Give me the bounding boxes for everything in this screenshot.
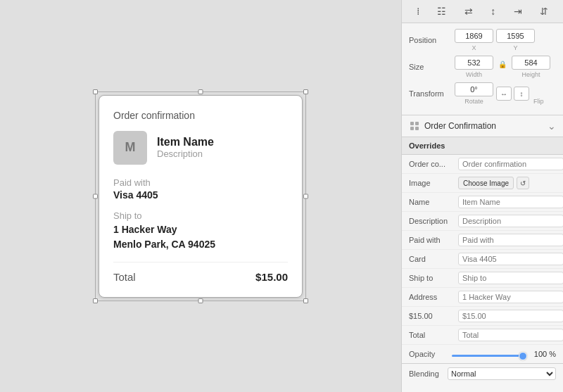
x-label: X [472, 44, 476, 51]
override-input-price[interactable] [458, 310, 563, 322]
lock-icon[interactable]: 🔒 [496, 61, 509, 68]
override-label-paidwith: Paid with [409, 236, 458, 244]
canvas-area: Order confirmation M Item Name Descripti… [0, 0, 401, 392]
rotate-input[interactable] [455, 82, 493, 96]
handle-bot-left[interactable] [93, 298, 98, 303]
position-section: Position X Y Size Width 🔒 [402, 23, 563, 115]
transform-row: Transform Rotate ↔ ↕ Flip [409, 82, 556, 105]
address-line2: Menlo Park, CA 94025 [113, 239, 215, 250]
overrides-header: Overrides [402, 137, 563, 155]
override-label-price: $15.00 [409, 312, 458, 320]
component-header[interactable]: Order Confirmation ⌄ [402, 115, 563, 137]
component-chevron-icon[interactable]: ⌄ [548, 120, 556, 132]
override-input-description[interactable] [458, 215, 563, 227]
position-inputs: X Y [455, 29, 556, 51]
transform-label: Transform [409, 89, 455, 98]
handle-bot-right[interactable] [303, 298, 308, 303]
opacity-slider[interactable] [452, 355, 527, 357]
svg-rect-2 [410, 127, 414, 130]
item-image: M [113, 131, 147, 165]
override-input-total[interactable] [458, 329, 563, 341]
size-inputs: Width 🔒 Height [455, 56, 556, 78]
item-initial: M [125, 140, 136, 155]
distribute-v-icon[interactable]: ⇵ [537, 4, 551, 18]
override-label-image: Image [409, 179, 458, 187]
override-label-name: Name [409, 198, 458, 206]
handle-top-mid[interactable] [198, 89, 203, 94]
override-input-address[interactable] [458, 291, 563, 303]
rotate-label: Rotate [464, 98, 483, 105]
size-label: Size [409, 63, 455, 71]
override-row-image: Image Choose Image ↺ [402, 174, 563, 193]
y-label: Y [513, 44, 517, 51]
override-input-shipto[interactable] [458, 272, 563, 284]
flip-h-button[interactable]: ↔ [496, 87, 512, 101]
ship-to-label: Ship to [113, 210, 288, 221]
override-label-address: Address [409, 293, 458, 301]
override-label-card: Card [409, 255, 458, 263]
total-label: Total [113, 271, 136, 283]
opacity-value: 100 % [531, 350, 556, 358]
total-row: Total $15.00 [113, 262, 288, 283]
ship-to-section: Ship to 1 Hacker Way Menlo Park, CA 9402… [113, 210, 288, 252]
y-input[interactable] [496, 29, 535, 43]
blending-label: Blending [409, 369, 448, 378]
opacity-slider-container [452, 349, 527, 359]
size-row: Size Width 🔒 Height [409, 56, 556, 78]
image-options-button[interactable]: ↺ [517, 177, 529, 189]
align-left-icon[interactable]: ⁞ [414, 4, 422, 18]
flip-buttons: ↔ ↕ [496, 87, 529, 101]
choose-image-button[interactable]: Choose Image [458, 177, 514, 189]
right-panel: ⁞ ☷ ⇄ ↕ ⇥ ⇵ Position X Y Size [401, 0, 563, 392]
flip-v-button[interactable]: ↕ [514, 87, 529, 101]
item-description: Description [157, 148, 214, 159]
align-top-icon[interactable]: ⇄ [462, 4, 476, 18]
override-row-name: Name [402, 193, 563, 212]
address-line1: 1 Hacker Way [113, 224, 177, 235]
handle-mid-left[interactable] [93, 194, 98, 198]
flip-label: Flip [533, 98, 544, 105]
override-row-price: $15.00 [402, 307, 563, 326]
override-label-order: Order co... [409, 160, 458, 168]
y-group: Y [496, 29, 535, 51]
align-middle-icon[interactable]: ↕ [488, 4, 498, 18]
handle-bot-mid[interactable] [198, 298, 203, 303]
blending-select[interactable]: Normal Multiply Screen Overlay [448, 367, 556, 380]
item-name: Item Name [157, 136, 214, 148]
paid-with-label: Paid with [113, 177, 288, 188]
override-row-address: Address [402, 288, 563, 307]
x-input[interactable] [455, 29, 493, 43]
width-group: Width [455, 56, 493, 78]
align-center-icon[interactable]: ☷ [434, 4, 449, 18]
handle-mid-right[interactable] [303, 194, 308, 198]
component-name: Order Confirmation [424, 121, 548, 131]
handle-top-left[interactable] [93, 89, 98, 94]
distribute-h-icon[interactable]: ⇥ [511, 4, 525, 18]
item-row: M Item Name Description [113, 131, 288, 165]
override-input-paidwith[interactable] [458, 234, 563, 246]
override-input-name[interactable] [458, 196, 563, 208]
override-row-card: Card [402, 250, 563, 269]
handle-top-right[interactable] [303, 89, 308, 94]
card-title: Order confirmation [113, 110, 288, 121]
rotate-group: Rotate [455, 82, 493, 105]
svg-rect-1 [415, 122, 419, 125]
total-amount: $15.00 [255, 271, 288, 283]
override-label-total: Total [409, 331, 458, 339]
override-input-order[interactable] [458, 158, 563, 170]
override-input-card[interactable] [458, 253, 563, 265]
address-value: 1 Hacker Way Menlo Park, CA 94025 [113, 222, 288, 252]
component-icon [409, 120, 420, 132]
position-label: Position [409, 36, 455, 44]
item-details: Item Name Description [157, 136, 214, 159]
override-row-description: Description [402, 212, 563, 231]
x-group: X [455, 29, 493, 51]
height-label: Height [521, 71, 540, 78]
svg-rect-0 [410, 122, 414, 125]
order-card[interactable]: Order confirmation M Item Name Descripti… [99, 95, 303, 298]
image-row: Choose Image ↺ [458, 177, 529, 189]
width-input[interactable] [455, 56, 493, 70]
position-row: Position X Y [409, 29, 556, 51]
height-group: Height [512, 56, 550, 78]
height-input[interactable] [512, 56, 550, 70]
